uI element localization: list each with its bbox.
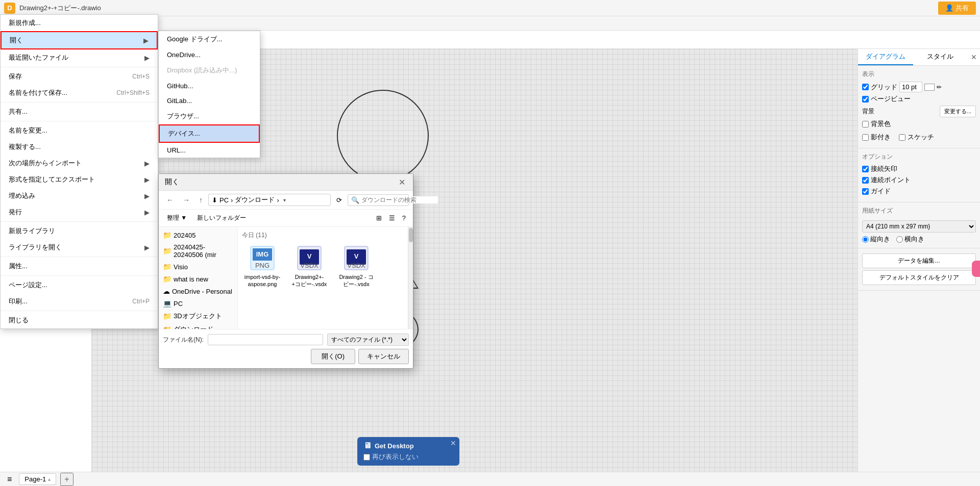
tree-item-20240425[interactable]: 📁 20240425-20240506 (mir bbox=[159, 241, 237, 261]
file-area: 今日 (11) IMG PNG import-vsd-by-aspose.png bbox=[238, 227, 413, 329]
arrow-label: 接続矢印 bbox=[871, 164, 897, 173]
tree-item-202405[interactable]: 📁 202405 bbox=[159, 229, 237, 241]
banner-close-btn[interactable]: ✕ bbox=[450, 439, 456, 447]
submenu-gitlab[interactable]: GitLab... bbox=[159, 93, 260, 108]
view-large-icon-btn[interactable]: ⊞ bbox=[373, 212, 385, 224]
canvas-shape-circle[interactable] bbox=[337, 90, 429, 182]
refresh-btn[interactable]: ⟳ bbox=[333, 194, 346, 206]
menu-properties[interactable]: 属性... bbox=[1, 258, 158, 274]
submenu-github[interactable]: GitHub... bbox=[159, 79, 260, 93]
search-input-dialog[interactable] bbox=[361, 196, 438, 203]
view-help-btn[interactable]: ? bbox=[399, 212, 409, 224]
filename-input[interactable] bbox=[208, 334, 323, 345]
menu-pagesettings[interactable]: ページ設定... bbox=[1, 277, 158, 293]
nav-forward-btn[interactable]: → bbox=[179, 194, 193, 206]
dialog-close-btn[interactable]: ✕ bbox=[397, 177, 407, 187]
menu-export[interactable]: 形式を指定してエクスポート ▶ bbox=[1, 171, 158, 188]
submenu-onedrive[interactable]: OneDrive... bbox=[159, 47, 260, 62]
path-pc[interactable]: PC bbox=[219, 196, 229, 204]
menu-duplicate[interactable]: 複製する... bbox=[1, 139, 158, 155]
date-header: 今日 (11) bbox=[242, 231, 409, 240]
menu-publish[interactable]: 発行 ▶ bbox=[1, 204, 158, 220]
page-view-checkbox[interactable] bbox=[862, 96, 869, 103]
menu-save[interactable]: 保存 Ctrl+S bbox=[1, 68, 158, 85]
nav-back-btn[interactable]: ← bbox=[163, 194, 177, 206]
portrait-radio[interactable] bbox=[862, 236, 869, 243]
menu-share[interactable]: 共有... bbox=[1, 104, 158, 120]
sidebar-handle[interactable] bbox=[972, 261, 980, 277]
page-view-label: ページビュー bbox=[871, 94, 911, 104]
dialog-cancel-btn[interactable]: キャンセル bbox=[358, 349, 409, 364]
edit-data-btn[interactable]: データを編集... bbox=[862, 253, 976, 268]
file-item-png[interactable]: IMG PNG import-vsd-by-aspose.png bbox=[242, 243, 283, 290]
landscape-radio[interactable] bbox=[896, 236, 903, 243]
path-downloads[interactable]: ダウンロード bbox=[235, 195, 275, 204]
shadow-sketch-row: 影付き スケッチ bbox=[862, 131, 976, 144]
menu-embed[interactable]: 埋め込み ▶ bbox=[1, 188, 158, 204]
tree-item-visio[interactable]: 📁 Visio bbox=[159, 261, 237, 273]
edit-icon[interactable]: ✏ bbox=[937, 84, 942, 91]
dont-show-checkbox[interactable] bbox=[363, 454, 370, 461]
menu-print[interactable]: 印刷... Ctrl+P bbox=[1, 293, 158, 310]
share-button[interactable]: 👤 共有 bbox=[938, 2, 976, 15]
folder-icon-6: 📁 bbox=[163, 325, 172, 329]
submenu-google-drive[interactable]: Google ドライブ... bbox=[159, 31, 260, 47]
files-grid: IMG PNG import-vsd-by-aspose.png V VSDX bbox=[242, 243, 409, 290]
arrow-checkbox[interactable] bbox=[862, 166, 869, 172]
dialog-title-bar: 開く ✕ bbox=[159, 174, 413, 191]
grid-size-input[interactable] bbox=[899, 82, 922, 92]
divider-5 bbox=[1, 257, 158, 257]
menu-rename[interactable]: 名前を変更... bbox=[1, 122, 158, 139]
right-sidebar: ダイアグラム スタイル ✕ 表示 グリッド ✏ ページビュー 背景 変更する..… bbox=[857, 49, 980, 472]
menu-close[interactable]: 閉じる bbox=[1, 312, 158, 328]
menu-open[interactable]: 開く ▶ bbox=[1, 31, 158, 49]
sketch-checkbox[interactable] bbox=[899, 134, 905, 141]
bg-color-checkbox[interactable] bbox=[862, 121, 869, 127]
paper-size-select[interactable]: A4 (210 mm x 297 mm) bbox=[862, 220, 976, 233]
file-open-dialog: 開く ✕ ← → ↑ ⬇ PC › ダウンロード › ▾ ⟳ 🔍 整理 ▼ 新し… bbox=[158, 173, 413, 369]
file-item-vsdx2[interactable]: V VSDX Drawing2 - コピー-.vsdx bbox=[336, 243, 377, 290]
path-dropdown-btn[interactable]: ▾ bbox=[281, 197, 288, 203]
dialog-open-btn[interactable]: 開く(O) bbox=[311, 349, 355, 364]
add-page-btn[interactable]: + bbox=[60, 473, 73, 486]
connect-checkbox[interactable] bbox=[862, 177, 869, 184]
tree-item-downloads[interactable]: 📁 ダウンロード bbox=[159, 323, 237, 329]
grid-color-swatch[interactable] bbox=[924, 84, 935, 91]
nav-up-btn[interactable]: ↑ bbox=[195, 194, 206, 206]
orientation-row: 縦向き 横向き bbox=[862, 235, 976, 244]
grid-checkbox[interactable] bbox=[862, 84, 869, 90]
menu-import[interactable]: 次の場所からインポート ▶ bbox=[1, 155, 158, 171]
menu-newlibrary[interactable]: 新規ライブラリ bbox=[1, 223, 158, 239]
clear-style-btn[interactable]: デフォルトスタイルをクリア bbox=[862, 270, 976, 285]
folder-icon-5: 📁 bbox=[163, 312, 172, 320]
menu-new[interactable]: 新規作成... bbox=[1, 15, 158, 31]
arrow-icon-open: ▶ bbox=[143, 37, 149, 44]
page-menu-btn[interactable]: ≡ bbox=[4, 474, 15, 485]
tree-item-3d[interactable]: 📁 3Dオブジェクト bbox=[159, 310, 237, 323]
change-background-btn[interactable]: 変更する... bbox=[940, 106, 976, 117]
page-chevron-icon: ▴ bbox=[48, 476, 51, 482]
tree-item-whatisnew[interactable]: 📁 what is new bbox=[159, 273, 237, 285]
submenu-url[interactable]: URL... bbox=[159, 143, 260, 158]
tree-item-onedrive[interactable]: ☁ OneDrive - Personal bbox=[159, 285, 237, 297]
guide-checkbox[interactable] bbox=[862, 188, 869, 195]
submenu-device[interactable]: デバイス... bbox=[159, 124, 260, 143]
page-tab[interactable]: Page-1 ▴ bbox=[19, 473, 56, 485]
filetype-select[interactable]: すべてのファイル (*.*) bbox=[327, 334, 409, 346]
organize-btn[interactable]: 整理 ▼ bbox=[163, 212, 191, 224]
view-list-btn[interactable]: ☰ bbox=[386, 212, 398, 224]
new-folder-btn[interactable]: 新しいフォルダー bbox=[193, 212, 250, 224]
menu-saveas[interactable]: 名前を付けて保存... Ctrl+Shift+S bbox=[1, 85, 158, 101]
submenu-browser[interactable]: ブラウザ... bbox=[159, 108, 260, 124]
file-item-vsdx1[interactable]: V VSDX Drawing2+-+コピー-.vsdx bbox=[289, 243, 330, 290]
close-sidebar-btn[interactable]: ✕ bbox=[968, 49, 980, 65]
scrollbar[interactable] bbox=[408, 227, 413, 329]
menu-recent[interactable]: 最近開いたファイル ▶ bbox=[1, 49, 158, 66]
file-icon-png: IMG PNG bbox=[249, 245, 276, 271]
menu-openlibrary[interactable]: ライブラリを開く ▶ bbox=[1, 239, 158, 255]
guide-row: ガイド bbox=[862, 187, 976, 196]
shadow-checkbox[interactable] bbox=[862, 134, 869, 141]
tab-style[interactable]: スタイル bbox=[913, 49, 968, 65]
tab-diagram[interactable]: ダイアグラム bbox=[858, 49, 913, 65]
tree-item-pc[interactable]: 💻 PC bbox=[159, 297, 237, 310]
